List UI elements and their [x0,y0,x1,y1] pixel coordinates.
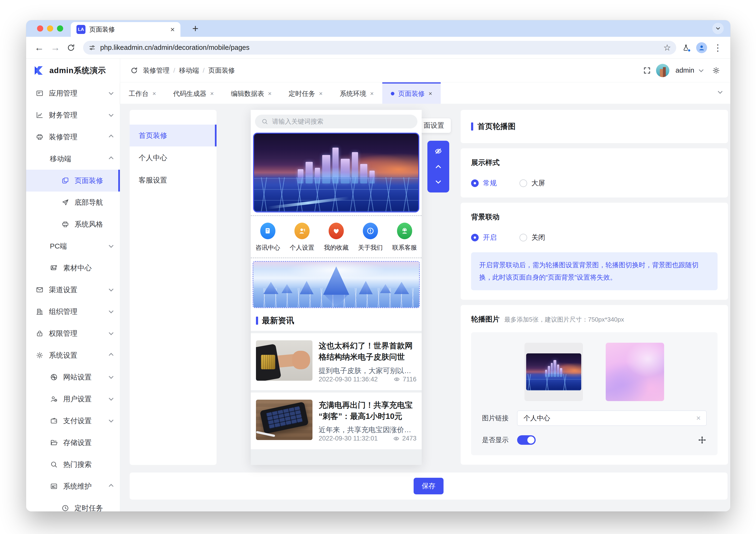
close-icon[interactable]: × [319,90,323,97]
refresh-button[interactable] [130,67,138,74]
sidebar-item-decoration[interactable]: 装修管理 [26,126,120,148]
browser-profile-avatar[interactable] [696,42,707,53]
link-value[interactable] [523,414,693,422]
menu-item-news-center[interactable]: 咨讯中心 [251,223,285,252]
sidebar-item-page-decoration[interactable]: 页面装修 [26,170,120,192]
tab-system-env[interactable]: 系统环境× [331,82,382,104]
sidebar-item-permissions[interactable]: 权限管理 [26,323,120,344]
close-icon[interactable]: × [210,90,214,97]
tab-scheduled-task[interactable]: 定时任务× [280,82,331,104]
chevron-down-icon [715,25,721,32]
sidebar-item-material-center[interactable]: 素材中心 [26,257,120,279]
tab-workbench[interactable]: 工作台× [120,82,165,104]
sidebar-item-system-settings[interactable]: 系统设置 [26,344,120,366]
tab-code-generator[interactable]: 代码生成器× [165,82,222,104]
close-icon[interactable]: × [152,90,156,97]
tab-list-chevron[interactable] [718,89,722,94]
back-button[interactable]: ← [32,42,46,53]
browser-tab[interactable]: LA 页面装修 × [71,22,180,37]
sidebar-item-system-style[interactable]: 系统风格 [26,213,120,235]
bookmark-star-icon[interactable]: ☆ [663,43,671,53]
fullscreen-button[interactable] [643,66,651,75]
sidebar-item-system-maintain[interactable]: 系统维护 [26,475,120,497]
sidebar-item-user-settings[interactable]: 用户设置 [26,388,120,410]
tab-close-icon[interactable]: × [170,25,175,34]
radio-style-normal[interactable]: 常规 [471,178,497,188]
sidebar-item-storage-settings[interactable]: 存储设置 [26,432,120,454]
secondary-banner-widget[interactable] [253,261,420,308]
carousel-background-upload[interactable] [606,343,664,401]
eye-icon [393,435,400,442]
close-icon[interactable]: × [429,90,432,97]
tab-edit-table[interactable]: 编辑数据表× [222,82,280,104]
phone-search-widget[interactable]: 请输入关键词搜索 [251,110,422,132]
radio-bg-off[interactable]: 关闭 [520,233,545,242]
window-zoom-button[interactable] [57,25,63,32]
menu-nav-widget[interactable]: 咨讯中心 个人设置 [251,215,422,258]
address-bar[interactable]: php.likeadmin.cn/admin/decoration/mobile… [83,41,676,55]
experiments-button[interactable] [682,44,690,52]
storage-icon [50,439,58,447]
app-logo[interactable]: admin系统演示 [26,59,120,82]
window-close-button[interactable] [37,25,43,32]
eye-icon [393,376,400,383]
sidebar-item-organization[interactable]: 组织管理 [26,301,120,323]
radio-style-large[interactable]: 大屏 [520,178,545,188]
image-link-input[interactable]: × [517,411,707,426]
sidebar-item-scheduled-task[interactable]: 定时任务 [26,497,120,512]
sidebar-item-bottom-nav[interactable]: 底部导航 [26,192,120,213]
menu-item-contact-service[interactable]: 联系客服 [388,223,422,252]
username[interactable]: admin [676,67,694,74]
admin-app: admin系统演示 应用管理 财务管理 装修管理 移动端 [26,59,730,512]
reload-button[interactable] [67,43,75,52]
chevron-down-icon[interactable] [699,67,704,72]
tab-search-button[interactable] [712,23,724,34]
show-toggle[interactable] [517,435,536,445]
chevron-down-icon [109,112,114,117]
news-list: 这也太科幻了！世界首款网格结构纳米电子皮肤问世 提到电子皮肤，大家可别以为是“…… [251,331,422,465]
move-up-button[interactable] [434,162,443,171]
sidebar-item-mobile[interactable]: 移动端 [26,148,120,170]
sidebar-item-channel-settings[interactable]: 渠道设置 [26,279,120,301]
page-item-personal-center[interactable]: 个人中心 [130,147,217,169]
move-down-button[interactable] [434,178,443,186]
material-icon [50,264,58,272]
user-avatar[interactable] [656,64,669,77]
news-item[interactable]: 这也太科幻了！世界首款网格结构纳米电子皮肤问世 提到电子皮肤，大家可别以为是“…… [251,333,422,390]
carousel-image-upload[interactable] [525,343,583,401]
style-icon [61,220,69,228]
search-placeholder: 请输入关键词搜索 [272,117,323,126]
sidebar-item-website-settings[interactable]: 网站设置 [26,366,120,388]
sidebar-item-app-management[interactable]: 应用管理 [26,82,120,104]
browser-menu-button[interactable]: ⋮ [713,42,722,53]
clear-icon[interactable]: × [696,414,701,422]
news-date: 2022-09-30 11:32:01 [319,435,378,442]
news-item[interactable]: 充满电再出门！共享充电宝“刺客”：最高1小时10元 近年来，共享充电宝因涨价多次… [251,392,422,449]
menu-item-favorites[interactable]: 我的收藏 [319,223,353,252]
menu-item-about-us[interactable]: 关于我们 [353,223,388,252]
page-item-service[interactable]: 客服设置 [130,169,217,191]
new-tab-button[interactable]: + [192,22,199,35]
window-minimize-button[interactable] [47,25,53,32]
close-icon[interactable]: × [268,90,271,97]
forward-button[interactable]: → [48,42,62,53]
content-area: 首页装修 个人中心 客服设置 面设置 请输入关键词搜索 [120,104,730,512]
drag-move-icon[interactable] [698,436,707,444]
hide-widget-button[interactable] [434,147,443,155]
url-text[interactable]: php.likeadmin.cn/admin/decoration/mobile… [100,44,659,51]
tune-icon[interactable] [88,44,96,51]
close-icon[interactable]: × [370,90,374,97]
org-icon [36,307,44,316]
radio-bg-on[interactable]: 开启 [471,233,497,242]
sidebar-item-hot-search[interactable]: 热门搜索 [26,454,120,475]
menu-item-personal-settings[interactable]: 个人设置 [285,223,319,252]
tab-page-decoration[interactable]: 页面装修× [382,82,441,104]
page-item-home[interactable]: 首页装修 [130,124,217,147]
logo-mark-icon [32,64,45,77]
header-settings-button[interactable] [712,66,720,75]
sidebar-item-payment-settings[interactable]: 支付设置 [26,410,120,432]
sidebar-item-pc[interactable]: PC端 [26,235,120,257]
carousel-banner-widget-selected[interactable] [253,133,419,212]
sidebar-item-finance[interactable]: 财务管理 [26,104,120,126]
save-button[interactable]: 保存 [414,478,444,494]
